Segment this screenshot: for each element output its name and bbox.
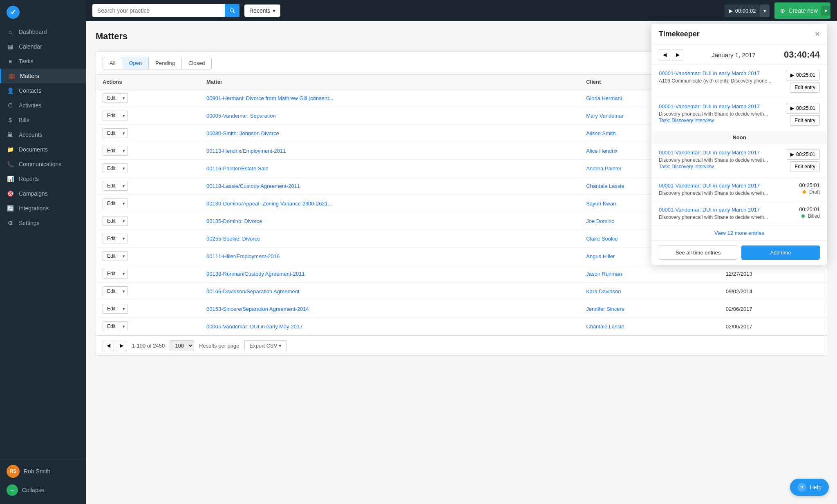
sidebar-item-communications[interactable]: 📞 Communications — [0, 157, 86, 172]
edit-dropdown-7[interactable]: ▾ — [120, 216, 128, 226]
timekeeper-close-button[interactable]: × — [815, 29, 820, 39]
tab-open[interactable]: Open — [122, 57, 149, 69]
edit-button-4[interactable]: Edit — [103, 163, 120, 173]
client-link-13[interactable]: Chantale Lassie — [586, 323, 624, 330]
client-link-5[interactable]: Chantale Lassie — [586, 183, 624, 189]
search-input[interactable] — [92, 4, 239, 17]
client-link-10[interactable]: Jason Runman — [586, 271, 622, 277]
matter-link-10[interactable]: 00138-Runman/Custody Agreement-2011 — [206, 271, 305, 277]
client-link-12[interactable]: Jennifer Sincere — [586, 306, 624, 312]
client-link-3[interactable]: Alice Hendrix — [586, 148, 618, 154]
tk-matter-link-1[interactable]: 00001-Vandemar: DUI in early March 2017 — [659, 70, 760, 76]
tk-play-button-1[interactable]: ▶ 00:25:01 — [786, 70, 820, 80]
create-new-button[interactable]: ⊕ Create new ▾ — [774, 2, 830, 19]
edit-button-11[interactable]: Edit — [103, 286, 120, 296]
tk-edit-button-3[interactable]: Edit entry — [790, 161, 820, 172]
see-all-entries-button[interactable]: See all time entries — [659, 245, 737, 260]
timer-play-button[interactable]: ▶ 00:00:02 — [725, 4, 760, 17]
edit-button-1[interactable]: Edit — [103, 111, 120, 120]
edit-dropdown-12[interactable]: ▾ — [120, 304, 128, 314]
sidebar-item-contacts[interactable]: 👤 Contacts — [0, 83, 86, 98]
sidebar-item-dashboard[interactable]: ⌂ Dashboard — [0, 25, 86, 39]
sidebar-item-settings[interactable]: ⚙ Settings — [0, 216, 86, 230]
help-button[interactable]: ? Help — [790, 479, 829, 496]
matter-link-0[interactable]: 00901-Hermani: Divorce from Mathrew Gill… — [206, 95, 333, 101]
tk-prev-button[interactable]: ◀ — [659, 49, 670, 60]
edit-button-9[interactable]: Edit — [103, 251, 120, 261]
client-link-4[interactable]: Andrea Painter — [586, 165, 622, 172]
client-link-8[interactable]: Claire Sookie — [586, 236, 618, 242]
collapse-button[interactable]: ← Collapse — [7, 481, 79, 499]
sidebar-item-bills[interactable]: $ Bills — [0, 113, 86, 127]
tk-next-button[interactable]: ▶ — [672, 49, 683, 60]
tk-play-button-2[interactable]: ▶ 00:25:01 — [786, 103, 820, 114]
tk-matter-link-5[interactable]: 00001-Vandemar: DUI in early March 2017 — [659, 207, 760, 213]
sidebar-item-campaigns[interactable]: 🎯 Campaigns — [0, 186, 86, 201]
sidebar-item-matters[interactable]: 💼 Matters — [0, 69, 86, 83]
edit-button-2[interactable]: Edit — [103, 128, 120, 138]
edit-dropdown-11[interactable]: ▾ — [120, 286, 128, 296]
tk-matter-link-2[interactable]: 00001-Vandemar: DUI in early March 2017 — [659, 103, 760, 109]
sidebar-item-reports[interactable]: 📊 Reports — [0, 172, 86, 186]
edit-dropdown-6[interactable]: ▾ — [120, 198, 128, 208]
sidebar-item-accounts[interactable]: 🏛 Accounts — [0, 127, 86, 142]
search-button[interactable] — [225, 4, 239, 17]
add-time-button[interactable]: Add time — [741, 245, 820, 260]
matter-link-12[interactable]: 00153-Sincere/Separation Agreement-2014 — [206, 306, 309, 312]
edit-button-6[interactable]: Edit — [103, 198, 120, 208]
tk-task-link-2[interactable]: Task: Discovery interview — [659, 118, 714, 123]
tab-closed[interactable]: Closed — [182, 57, 211, 69]
sidebar-item-tasks[interactable]: ≡ Tasks — [0, 54, 86, 69]
edit-button-7[interactable]: Edit — [103, 216, 120, 226]
tk-edit-button-1[interactable]: Edit entry — [790, 82, 820, 93]
sidebar-item-integrations[interactable]: 🔄 Integrations — [0, 201, 86, 216]
edit-dropdown-3[interactable]: ▾ — [120, 146, 128, 156]
client-link-1[interactable]: Mary Vandemar — [586, 113, 624, 119]
edit-button-0[interactable]: Edit — [103, 93, 120, 103]
matter-link-2[interactable]: 00080-Smith: Johnson Divorce — [206, 130, 279, 136]
edit-button-8[interactable]: Edit — [103, 234, 120, 243]
tab-pending[interactable]: Pending — [149, 57, 182, 69]
view-more-link[interactable]: View 12 more entries — [714, 230, 764, 236]
export-csv-button[interactable]: Export CSV ▾ — [244, 340, 287, 351]
matter-link-1[interactable]: 00005-Vandemar: Separation — [206, 113, 276, 119]
edit-button-12[interactable]: Edit — [103, 304, 120, 314]
per-page-select[interactable]: 100 50 25 — [170, 340, 194, 351]
prev-page-button[interactable]: ◀ — [103, 340, 114, 351]
edit-button-13[interactable]: Edit — [103, 321, 120, 331]
timer-dropdown-button[interactable]: ▾ — [760, 4, 770, 17]
edit-dropdown-4[interactable]: ▾ — [120, 163, 128, 173]
edit-dropdown-5[interactable]: ▾ — [120, 181, 128, 191]
matter-link-5[interactable]: 00118-Lassie/Custody Agreement-2011 — [206, 183, 300, 189]
matter-link-11[interactable]: 00166-Davidson/Separation Agreement — [206, 288, 300, 294]
client-link-9[interactable]: Angus Hiller — [586, 253, 615, 259]
matter-link-4[interactable]: 00116-Painter/Estate Sale — [206, 165, 269, 172]
matter-link-8[interactable]: 00255-Sookie: Divorce — [206, 236, 260, 242]
sidebar-item-activities[interactable]: ⏱ Activities — [0, 98, 86, 113]
tk-play-button-3[interactable]: ▶ 00:25:01 — [786, 149, 820, 160]
client-link-11[interactable]: Kara Davidson — [586, 288, 621, 294]
matter-link-6[interactable]: 00130-Domino/Appeal- Zoning Variance 230… — [206, 201, 332, 207]
edit-button-5[interactable]: Edit — [103, 181, 120, 191]
matter-link-13[interactable]: 00005-Vandemar: DUI in early May 2017 — [206, 323, 302, 330]
tk-task-link-3[interactable]: Task: Discovery interview — [659, 164, 714, 169]
recents-button[interactable]: Recents ▾ — [244, 4, 280, 17]
edit-dropdown-13[interactable]: ▾ — [120, 321, 128, 331]
edit-dropdown-0[interactable]: ▾ — [120, 93, 128, 103]
client-link-0[interactable]: Gloria Hermani — [586, 95, 622, 101]
client-link-6[interactable]: Sayuri Kwan — [586, 201, 616, 207]
matter-link-9[interactable]: 00111-Hiller/Employment-2016 — [206, 253, 280, 259]
client-link-2[interactable]: Alison Smith — [586, 130, 615, 136]
sidebar-item-documents[interactable]: 📁 Documents — [0, 142, 86, 157]
edit-dropdown-1[interactable]: ▾ — [120, 111, 128, 120]
tk-matter-link-3[interactable]: 00001-Vandemar: DUI in early March 2017 — [659, 149, 760, 156]
tab-all[interactable]: All — [103, 57, 122, 69]
edit-dropdown-9[interactable]: ▾ — [120, 251, 128, 261]
edit-button-10[interactable]: Edit — [103, 269, 120, 279]
edit-dropdown-2[interactable]: ▾ — [120, 128, 128, 138]
tk-edit-button-2[interactable]: Edit entry — [790, 115, 820, 126]
edit-dropdown-8[interactable]: ▾ — [120, 234, 128, 243]
matter-link-3[interactable]: 00113-Hendrix/Employment-2011 — [206, 148, 286, 154]
tk-matter-link-4[interactable]: 00001-Vandemar: DUI in early March 2017 — [659, 183, 760, 189]
sidebar-user[interactable]: RS Rob Smith — [7, 465, 79, 478]
